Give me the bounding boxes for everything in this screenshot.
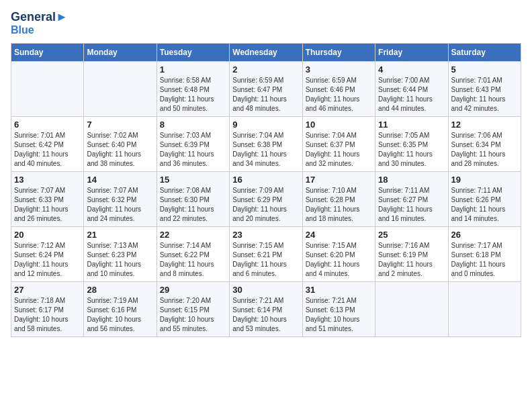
sunrise-text: Sunrise: 7:11 AM [378,187,429,194]
daylight-text: Daylight: 11 hours and 42 minutes. [451,95,506,112]
day-number: 11 [378,120,445,130]
day-number: 29 [160,285,226,295]
day-number: 10 [306,120,372,130]
day-number: 14 [87,175,153,185]
cell-content: Sunrise: 7:00 AMSunset: 6:44 PMDaylight:… [378,76,445,113]
sunset-text: Sunset: 6:34 PM [451,141,501,148]
calendar-week-row: 20Sunrise: 7:12 AMSunset: 6:24 PMDayligh… [11,226,521,281]
sunset-text: Sunset: 6:47 PM [232,86,282,93]
sunset-text: Sunset: 6:39 PM [160,141,210,148]
calendar-cell: 2Sunrise: 6:59 AMSunset: 6:47 PMDaylight… [230,61,302,116]
day-number: 13 [14,175,81,185]
day-number: 31 [306,285,372,295]
daylight-text: Daylight: 11 hours and 26 minutes. [14,205,69,222]
sunset-text: Sunset: 6:42 PM [14,141,64,148]
cell-content: Sunrise: 7:04 AMSunset: 6:37 PMDaylight:… [306,131,372,169]
sunset-text: Sunset: 6:33 PM [14,196,64,203]
logo: General► Blue [11,11,68,36]
logo-text-general: General► [11,11,68,24]
sunrise-text: Sunrise: 7:01 AM [14,132,65,139]
daylight-text: Daylight: 11 hours and 12 minutes. [14,261,69,277]
cell-content: Sunrise: 7:11 AMSunset: 6:27 PMDaylight:… [378,186,445,224]
day-number: 6 [14,120,81,130]
cell-content: Sunrise: 6:59 AMSunset: 6:47 PMDaylight:… [232,76,299,113]
sunrise-text: Sunrise: 7:04 AM [232,132,283,139]
logo-text-blue: Blue [11,24,34,36]
cell-content: Sunrise: 7:02 AMSunset: 6:40 PMDaylight:… [87,131,153,169]
calendar-cell: 17Sunrise: 7:10 AMSunset: 6:28 PMDayligh… [302,171,375,226]
calendar-cell: 30Sunrise: 7:21 AMSunset: 6:14 PMDayligh… [230,281,302,336]
daylight-text: Daylight: 11 hours and 4 minutes. [306,261,360,277]
day-number: 28 [87,285,153,295]
calendar-header-row: SundayMondayTuesdayWednesdayThursdayFrid… [11,43,521,61]
sunrise-text: Sunrise: 7:01 AM [451,77,502,84]
sunrise-text: Sunrise: 7:14 AM [160,242,211,249]
cell-content: Sunrise: 7:18 AMSunset: 6:17 PMDaylight:… [14,296,81,334]
cell-content: Sunrise: 7:07 AMSunset: 6:32 PMDaylight:… [87,186,153,224]
header-day-saturday: Saturday [448,43,521,61]
cell-content: Sunrise: 6:58 AMSunset: 6:48 PMDaylight:… [160,76,226,113]
sunrise-text: Sunrise: 7:02 AM [87,132,138,139]
cell-content: Sunrise: 7:12 AMSunset: 6:24 PMDaylight:… [14,241,81,279]
cell-content: Sunrise: 7:11 AMSunset: 6:26 PMDaylight:… [451,186,518,224]
sunrise-text: Sunrise: 7:21 AM [232,297,283,304]
calendar-cell [375,281,448,336]
calendar-table: SundayMondayTuesdayWednesdayThursdayFrid… [11,43,521,337]
calendar-cell: 10Sunrise: 7:04 AMSunset: 6:37 PMDayligh… [302,116,375,171]
calendar-cell: 1Sunrise: 6:58 AMSunset: 6:48 PMDaylight… [157,61,229,116]
sunset-text: Sunset: 6:40 PM [87,141,136,148]
sunset-text: Sunset: 6:18 PM [451,251,501,259]
daylight-text: Daylight: 11 hours and 36 minutes. [160,150,214,167]
daylight-text: Daylight: 11 hours and 48 minutes. [232,95,287,112]
cell-content: Sunrise: 7:15 AMSunset: 6:21 PMDaylight:… [232,241,299,279]
daylight-text: Daylight: 11 hours and 32 minutes. [306,150,360,167]
cell-content: Sunrise: 7:08 AMSunset: 6:30 PMDaylight:… [160,186,226,224]
cell-content: Sunrise: 7:16 AMSunset: 6:19 PMDaylight:… [378,241,445,279]
sunrise-text: Sunrise: 7:11 AM [451,187,502,194]
sunset-text: Sunset: 6:17 PM [14,306,64,314]
sunrise-text: Sunrise: 6:58 AM [160,77,211,84]
cell-content: Sunrise: 7:01 AMSunset: 6:42 PMDaylight:… [14,131,81,169]
sunrise-text: Sunrise: 7:09 AM [232,187,283,194]
sunset-text: Sunset: 6:27 PM [378,196,428,203]
daylight-text: Daylight: 10 hours and 58 minutes. [14,316,69,332]
cell-content: Sunrise: 7:04 AMSunset: 6:38 PMDaylight:… [232,131,299,169]
cell-content: Sunrise: 7:07 AMSunset: 6:33 PMDaylight:… [14,186,81,224]
calendar-cell [11,61,84,116]
sunrise-text: Sunrise: 7:00 AM [378,77,429,84]
calendar-cell [84,61,157,116]
daylight-text: Daylight: 11 hours and 38 minutes. [87,150,141,167]
calendar-cell: 5Sunrise: 7:01 AMSunset: 6:43 PMDaylight… [448,61,521,116]
daylight-text: Daylight: 11 hours and 14 minutes. [451,205,506,222]
cell-content: Sunrise: 7:19 AMSunset: 6:16 PMDaylight:… [87,296,153,334]
daylight-text: Daylight: 11 hours and 30 minutes. [378,150,433,167]
calendar-cell: 11Sunrise: 7:05 AMSunset: 6:35 PMDayligh… [375,116,448,171]
calendar-cell: 9Sunrise: 7:04 AMSunset: 6:38 PMDaylight… [230,116,302,171]
daylight-text: Daylight: 11 hours and 2 minutes. [378,261,433,277]
calendar-cell: 14Sunrise: 7:07 AMSunset: 6:32 PMDayligh… [84,171,157,226]
day-number: 9 [232,120,299,130]
day-number: 17 [306,175,372,185]
day-number: 4 [378,64,445,75]
sunrise-text: Sunrise: 7:16 AM [378,242,429,249]
calendar-cell: 21Sunrise: 7:13 AMSunset: 6:23 PMDayligh… [84,226,157,281]
daylight-text: Daylight: 11 hours and 6 minutes. [232,261,287,277]
cell-content: Sunrise: 7:03 AMSunset: 6:39 PMDaylight:… [160,131,226,169]
sunrise-text: Sunrise: 6:59 AM [232,77,283,84]
daylight-text: Daylight: 11 hours and 28 minutes. [451,150,506,167]
daylight-text: Daylight: 11 hours and 18 minutes. [306,205,360,222]
daylight-text: Daylight: 11 hours and 44 minutes. [378,95,433,112]
day-number: 27 [14,285,81,295]
sunrise-text: Sunrise: 7:13 AM [87,242,138,249]
cell-content: Sunrise: 7:20 AMSunset: 6:15 PMDaylight:… [160,296,226,334]
sunset-text: Sunset: 6:44 PM [378,86,428,93]
calendar-cell: 8Sunrise: 7:03 AMSunset: 6:39 PMDaylight… [157,116,229,171]
header-day-friday: Friday [375,43,448,61]
sunset-text: Sunset: 6:29 PM [232,196,282,203]
calendar-cell: 31Sunrise: 7:21 AMSunset: 6:13 PMDayligh… [302,281,375,336]
daylight-text: Daylight: 11 hours and 50 minutes. [160,95,214,112]
daylight-text: Daylight: 11 hours and 22 minutes. [160,205,214,222]
header-day-tuesday: Tuesday [157,43,229,61]
calendar-cell: 12Sunrise: 7:06 AMSunset: 6:34 PMDayligh… [448,116,521,171]
calendar-week-row: 6Sunrise: 7:01 AMSunset: 6:42 PMDaylight… [11,116,521,171]
